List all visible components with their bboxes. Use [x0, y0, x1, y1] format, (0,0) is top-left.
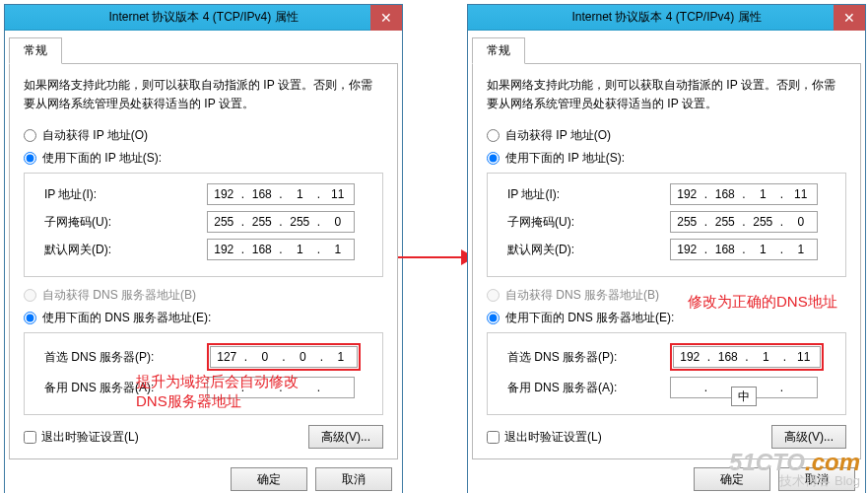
- tab-general[interactable]: 常规: [472, 37, 525, 64]
- radio-auto-ip[interactable]: 自动获得 IP 地址(O): [24, 127, 383, 144]
- checkbox-validate[interactable]: 退出时验证设置(L): [24, 429, 139, 446]
- tabstrip: 常规: [5, 31, 402, 63]
- radio-auto-dns[interactable]: 自动获得 DNS 服务器地址(B): [24, 287, 383, 304]
- input-dns1[interactable]: 127.0.0.1: [210, 346, 358, 368]
- cancel-button[interactable]: 取消: [315, 467, 392, 491]
- input-dns1[interactable]: 192.168.1.11: [673, 346, 821, 368]
- label-dns1: 首选 DNS 服务器(P):: [507, 349, 670, 366]
- highlight-dns1: 127.0.0.1: [207, 343, 361, 371]
- row-dns2: 备用 DNS 服务器(A): ...: [500, 377, 834, 398]
- radio-manual-dns[interactable]: 使用下面的 DNS 服务器地址(E):: [487, 310, 846, 326]
- highlight-dns1: 192.168.1.11: [670, 343, 824, 371]
- ip-group: IP 地址(I): 192.168.1.11 子网掩码(U): 255.255.…: [24, 173, 383, 277]
- row-dns1: 首选 DNS 服务器(P): 192.168.1.11: [500, 343, 834, 371]
- tcpip-dialog-before: Internet 协议版本 4 (TCP/IPv4) 属性 ✕ 常规 如果网络支…: [4, 4, 403, 493]
- titlebar[interactable]: Internet 协议版本 4 (TCP/IPv4) 属性 ✕: [5, 5, 402, 31]
- tcpip-dialog-after: Internet 协议版本 4 (TCP/IPv4) 属性 ✕ 常规 如果网络支…: [467, 4, 866, 493]
- input-gateway[interactable]: 192.168.1.1: [670, 239, 818, 260]
- tabstrip: 常规: [468, 31, 865, 63]
- dns-group: 首选 DNS 服务器(P): 192.168.1.11 备用 DNS 服务器(A…: [487, 332, 846, 415]
- radio-manual-dns[interactable]: 使用下面的 DNS 服务器地址(E):: [24, 310, 383, 326]
- input-ip[interactable]: 192.168.1.11: [670, 183, 818, 205]
- row-gateway: 默认网关(D): 192.168.1.1: [36, 239, 370, 260]
- input-gateway[interactable]: 192.168.1.1: [207, 239, 355, 260]
- label-dns2: 备用 DNS 服务器(A):: [507, 380, 670, 396]
- ime-indicator[interactable]: 中: [731, 387, 757, 406]
- row-dns1: 首选 DNS 服务器(P): 127.0.0.1: [36, 343, 370, 371]
- advanced-button[interactable]: 高级(V)...: [308, 425, 383, 449]
- description-text: 如果网络支持此功能，则可以获取自动指派的 IP 设置。否则，你需要从网络系统管理…: [487, 76, 846, 113]
- window-title: Internet 协议版本 4 (TCP/IPv4) 属性: [5, 9, 402, 26]
- tab-panel: 如果网络支持此功能，则可以获取自动指派的 IP 设置。否则，你需要从网络系统管理…: [472, 63, 861, 459]
- annotation-left: 提升为域控后会自动修改 DNS服务器地址: [136, 372, 299, 410]
- radio-auto-ip[interactable]: 自动获得 IP 地址(O): [487, 127, 846, 144]
- label-gateway: 默认网关(D):: [44, 242, 207, 258]
- window-title: Internet 协议版本 4 (TCP/IPv4) 属性: [468, 9, 865, 26]
- label-ip: IP 地址(I):: [507, 186, 670, 203]
- titlebar[interactable]: Internet 协议版本 4 (TCP/IPv4) 属性 ✕: [468, 5, 865, 31]
- label-ip: IP 地址(I):: [44, 186, 207, 203]
- annotation-right: 修改为正确的DNS地址: [688, 292, 837, 312]
- input-mask[interactable]: 255.255.255.0: [670, 211, 818, 233]
- dns-radio-group: 自动获得 DNS 服务器地址(B) 使用下面的 DNS 服务器地址(E):: [24, 287, 383, 326]
- ip-group: IP 地址(I): 192.168.1.11 子网掩码(U): 255.255.…: [487, 173, 846, 277]
- close-button[interactable]: ✕: [370, 5, 402, 31]
- ok-button[interactable]: 确定: [231, 467, 307, 491]
- radio-manual-ip[interactable]: 使用下面的 IP 地址(S):: [24, 150, 383, 167]
- radio-manual-ip[interactable]: 使用下面的 IP 地址(S):: [487, 150, 846, 167]
- label-gateway: 默认网关(D):: [507, 242, 670, 258]
- ip-radio-group: 自动获得 IP 地址(O) 使用下面的 IP 地址(S):: [24, 127, 383, 167]
- row-gateway: 默认网关(D): 192.168.1.1: [500, 239, 834, 260]
- bottom-row: 退出时验证设置(L) 高级(V)...: [487, 425, 846, 449]
- label-mask: 子网掩码(U):: [507, 214, 670, 231]
- bottom-row: 退出时验证设置(L) 高级(V)...: [24, 425, 383, 449]
- dialog-buttons: 确定 取消: [5, 459, 402, 493]
- tab-general[interactable]: 常规: [9, 37, 62, 64]
- label-mask: 子网掩码(U):: [44, 214, 207, 231]
- row-mask: 子网掩码(U): 255.255.255.0: [500, 211, 834, 233]
- input-ip[interactable]: 192.168.1.11: [207, 183, 355, 205]
- ip-radio-group: 自动获得 IP 地址(O) 使用下面的 IP 地址(S):: [487, 127, 846, 167]
- row-ip: IP 地址(I): 192.168.1.11: [36, 183, 370, 205]
- description-text: 如果网络支持此功能，则可以获取自动指派的 IP 设置。否则，你需要从网络系统管理…: [24, 76, 383, 113]
- advanced-button[interactable]: 高级(V)...: [771, 425, 846, 449]
- row-ip: IP 地址(I): 192.168.1.11: [500, 183, 834, 205]
- close-button[interactable]: ✕: [834, 5, 865, 31]
- row-mask: 子网掩码(U): 255.255.255.0: [36, 211, 370, 233]
- arrow-icon: [398, 249, 475, 265]
- label-dns1: 首选 DNS 服务器(P):: [44, 349, 207, 366]
- input-mask[interactable]: 255.255.255.0: [207, 211, 355, 233]
- watermark: 51CTO.com 技术博客 Blog: [729, 451, 860, 487]
- checkbox-validate[interactable]: 退出时验证设置(L): [487, 429, 602, 446]
